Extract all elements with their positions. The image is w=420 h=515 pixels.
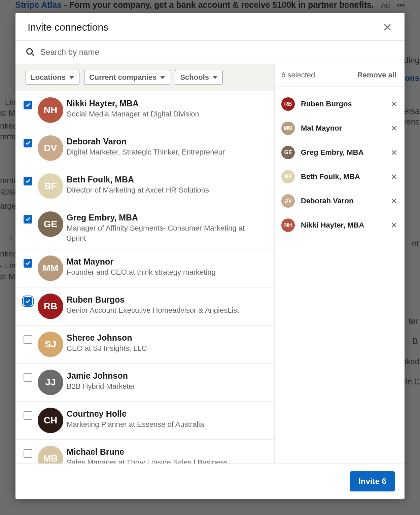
- chevron-down-icon: [69, 76, 74, 79]
- connection-checkbox[interactable]: [24, 335, 32, 344]
- chevron-down-icon: [212, 76, 218, 79]
- connection-row[interactable]: CHCourtney HolleMarketing Planner at Ess…: [15, 402, 274, 440]
- avatar: DV: [38, 135, 63, 161]
- avatar: RB: [281, 97, 295, 111]
- avatar: MB: [38, 446, 63, 464]
- avatar: DV: [281, 194, 295, 208]
- connection-info: Deborah VaronDigital Marketer, Strategic…: [67, 135, 225, 157]
- selected-count: 6 selected: [281, 71, 315, 79]
- selected-name: Greg Embry, MBA: [301, 148, 384, 157]
- connection-checkbox[interactable]: [24, 411, 32, 420]
- modal-footer: Invite 6: [15, 464, 405, 499]
- remove-selected-icon[interactable]: [390, 173, 398, 180]
- selected-name: Mat Maynor: [301, 124, 384, 133]
- search-row: [15, 41, 405, 64]
- filter-locations[interactable]: Locations: [26, 70, 79, 85]
- connection-checkbox[interactable]: [24, 297, 32, 306]
- filter-label: Locations: [31, 73, 66, 82]
- filter-current-companies[interactable]: Current companies: [84, 70, 171, 85]
- connection-headline: Marketing Planner at Essense of Australi…: [67, 419, 204, 430]
- connection-row[interactable]: JJJamie JohnsonB2B Hybrid Marketer: [15, 364, 274, 402]
- avatar: BF: [281, 170, 295, 183]
- connections-list[interactable]: NHNikki Hayter, MBASocial Media Manager …: [15, 91, 274, 464]
- connection-name: Beth Foulk, MBA: [67, 175, 209, 184]
- connection-headline: B2B Hybrid Marketer: [67, 381, 135, 391]
- connection-name: Michael Brune: [67, 447, 228, 457]
- connection-row[interactable]: MMMat MaynorFounder and CEO at think str…: [15, 249, 274, 287]
- connection-name: Courtney Holle: [67, 409, 204, 419]
- connection-name: Mat Maynor: [67, 257, 216, 267]
- connection-name: Ruben Burgos: [67, 295, 239, 305]
- connection-info: Courtney HolleMarketing Planner at Essen…: [67, 408, 204, 430]
- search-icon: [26, 47, 35, 57]
- avatar: BF: [38, 173, 63, 199]
- filter-schools[interactable]: Schools: [175, 70, 223, 85]
- selected-name: Nikki Hayter, MBA: [301, 221, 384, 230]
- filter-label: Current companies: [89, 73, 157, 82]
- connection-headline: Sales Manager at Thryv | Inside Sales | …: [67, 457, 228, 464]
- selected-list: RBRuben BurgosMMMat MaynorGEGreg Embry, …: [275, 87, 405, 237]
- avatar: RB: [38, 294, 63, 319]
- invite-button[interactable]: Invite 6: [350, 471, 395, 491]
- connection-name: Nikki Hayter, MBA: [67, 99, 199, 108]
- connection-checkbox[interactable]: [24, 449, 32, 458]
- connection-row[interactable]: NHNikki Hayter, MBASocial Media Manager …: [15, 91, 274, 129]
- selected-name: Deborah Varon: [301, 197, 384, 205]
- avatar: SJ: [38, 332, 63, 357]
- selected-item: NHNikki Hayter, MBA: [280, 213, 401, 237]
- svg-point-0: [27, 49, 32, 54]
- connection-checkbox[interactable]: [24, 259, 32, 268]
- connection-info: Ruben BurgosSenior Account Executive Hom…: [67, 294, 239, 315]
- selected-name: Ruben Burgos: [301, 100, 384, 108]
- connection-headline: Digital Marketer, Strategic Thinker, Ent…: [67, 147, 225, 157]
- remove-selected-icon[interactable]: [390, 221, 398, 229]
- connection-checkbox[interactable]: [24, 177, 32, 185]
- avatar: MM: [38, 255, 63, 281]
- connection-row[interactable]: MBMichael BruneSales Manager at Thryv | …: [15, 440, 274, 464]
- connection-headline: Director of Marketing at Axcet HR Soluti…: [67, 185, 209, 195]
- connection-info: Mat MaynorFounder and CEO at think strat…: [67, 255, 216, 277]
- connection-checkbox[interactable]: [24, 373, 32, 382]
- selected-panel: 6 selected Remove all RBRuben BurgosMMMa…: [275, 64, 405, 464]
- avatar: GE: [38, 211, 63, 237]
- search-input[interactable]: [40, 47, 394, 57]
- connection-headline: Senior Account Executive Homeadvisor & A…: [67, 305, 239, 315]
- connection-row[interactable]: DVDeborah VaronDigital Marketer, Strateg…: [15, 129, 274, 167]
- avatar: GE: [281, 146, 295, 159]
- close-icon[interactable]: [382, 22, 392, 32]
- avatar: NH: [281, 218, 295, 232]
- invite-connections-modal: Invite connections LocationsCurrent comp…: [15, 13, 405, 499]
- connection-name: Deborah Varon: [67, 137, 225, 146]
- connection-checkbox[interactable]: [24, 215, 32, 224]
- remove-selected-icon[interactable]: [390, 125, 398, 132]
- connection-name: Sheree Johnson: [67, 333, 147, 343]
- connection-row[interactable]: RBRuben BurgosSenior Account Executive H…: [15, 287, 274, 325]
- remove-selected-icon[interactable]: [390, 149, 398, 156]
- remove-selected-icon[interactable]: [390, 100, 398, 108]
- connection-info: Sheree JohnsonCEO at SJ Insights, LLC: [67, 332, 147, 353]
- avatar: MM: [281, 122, 295, 135]
- connection-headline: Manager of Affinity Segments- Consumer M…: [67, 223, 248, 243]
- connection-row[interactable]: GEGreg Embry, MBAManager of Affinity Seg…: [15, 205, 274, 249]
- selected-name: Beth Foulk, MBA: [301, 172, 384, 181]
- avatar: JJ: [38, 370, 63, 395]
- connection-checkbox[interactable]: [24, 139, 32, 147]
- connection-headline: Founder and CEO at think strategy market…: [67, 267, 216, 277]
- connection-row[interactable]: BFBeth Foulk, MBADirector of Marketing a…: [15, 167, 274, 205]
- connection-row[interactable]: SJSheree JohnsonCEO at SJ Insights, LLC: [15, 325, 274, 364]
- avatar: NH: [38, 97, 63, 123]
- avatar: CH: [38, 408, 63, 433]
- remove-all-button[interactable]: Remove all: [357, 71, 396, 79]
- connection-info: Michael BruneSales Manager at Thryv | In…: [67, 446, 228, 464]
- selected-item: GEGreg Embry, MBA: [280, 140, 401, 165]
- modal-header: Invite connections: [15, 13, 405, 41]
- selected-item: RBRuben Burgos: [280, 92, 401, 116]
- connection-checkbox[interactable]: [24, 101, 32, 109]
- connection-info: Beth Foulk, MBADirector of Marketing at …: [67, 173, 209, 195]
- connections-panel: LocationsCurrent companiesSchools NHNikk…: [15, 64, 275, 464]
- remove-selected-icon[interactable]: [390, 197, 398, 205]
- connection-name: Jamie Johnson: [67, 371, 135, 381]
- connection-info: Nikki Hayter, MBASocial Media Manager at…: [67, 97, 199, 119]
- filter-label: Schools: [180, 73, 209, 82]
- selected-item: DVDeborah Varon: [280, 189, 401, 213]
